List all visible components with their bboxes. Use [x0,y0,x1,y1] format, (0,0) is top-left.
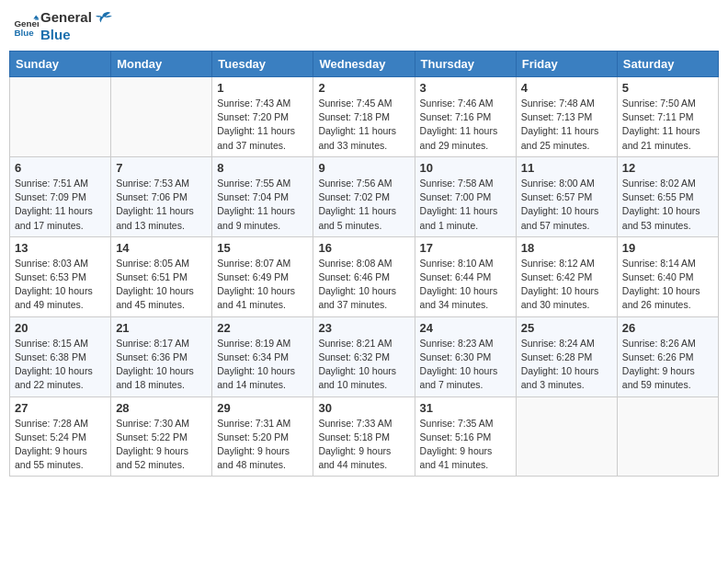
weekday-header-thursday: Thursday [415,52,516,77]
day-info: Sunrise: 7:30 AM Sunset: 5:22 PM Dayligh… [116,417,207,473]
day-info: Sunrise: 8:14 AM Sunset: 6:40 PM Dayligh… [622,257,713,313]
weekday-header-row: SundayMondayTuesdayWednesdayThursdayFrid… [10,52,719,77]
day-number: 16 [318,241,409,255]
day-cell: 3Sunrise: 7:46 AM Sunset: 7:16 PM Daylig… [415,77,516,157]
day-cell: 23Sunrise: 8:21 AM Sunset: 6:32 PM Dayli… [313,316,415,396]
day-cell: 27Sunrise: 7:28 AM Sunset: 5:24 PM Dayli… [10,396,111,477]
day-cell: 17Sunrise: 8:10 AM Sunset: 6:44 PM Dayli… [415,236,516,316]
day-cell: 22Sunrise: 8:19 AM Sunset: 6:34 PM Dayli… [212,316,313,396]
day-number: 4 [521,81,612,95]
day-info: Sunrise: 8:23 AM Sunset: 6:30 PM Dayligh… [420,337,511,393]
day-number: 11 [521,161,612,175]
day-cell: 6Sunrise: 7:51 AM Sunset: 7:09 PM Daylig… [10,156,111,236]
day-number: 3 [420,81,511,95]
day-cell: 25Sunrise: 8:24 AM Sunset: 6:28 PM Dayli… [516,316,617,396]
week-row-5: 27Sunrise: 7:28 AM Sunset: 5:24 PM Dayli… [10,396,719,477]
weekday-header-sunday: Sunday [10,52,111,77]
weekday-header-monday: Monday [111,52,212,77]
day-info: Sunrise: 7:33 AM Sunset: 5:18 PM Dayligh… [318,417,409,473]
day-number: 10 [420,161,511,175]
day-info: Sunrise: 7:51 AM Sunset: 7:09 PM Dayligh… [15,177,106,233]
day-number: 23 [318,321,409,335]
day-info: Sunrise: 7:28 AM Sunset: 5:24 PM Dayligh… [15,417,106,473]
day-cell [617,396,718,477]
weekday-header-wednesday: Wednesday [313,52,415,77]
day-cell: 30Sunrise: 7:33 AM Sunset: 5:18 PM Dayli… [313,396,415,477]
day-number: 5 [622,81,713,95]
day-number: 29 [217,401,308,415]
day-info: Sunrise: 7:43 AM Sunset: 7:20 PM Dayligh… [217,97,308,153]
day-info: Sunrise: 8:24 AM Sunset: 6:28 PM Dayligh… [521,337,612,393]
day-info: Sunrise: 7:55 AM Sunset: 7:04 PM Dayligh… [217,177,308,233]
day-cell: 5Sunrise: 7:50 AM Sunset: 7:11 PM Daylig… [617,77,718,157]
logo-blue: Blue [40,27,112,43]
svg-text:Blue: Blue [14,27,34,37]
day-number: 15 [217,241,308,255]
day-info: Sunrise: 7:50 AM Sunset: 7:11 PM Dayligh… [622,97,713,153]
week-row-3: 13Sunrise: 8:03 AM Sunset: 6:53 PM Dayli… [10,236,719,316]
day-number: 8 [217,161,308,175]
day-info: Sunrise: 8:03 AM Sunset: 6:53 PM Dayligh… [15,257,106,313]
day-number: 12 [622,161,713,175]
day-info: Sunrise: 8:10 AM Sunset: 6:44 PM Dayligh… [420,257,511,313]
day-info: Sunrise: 7:56 AM Sunset: 7:02 PM Dayligh… [318,177,409,233]
day-cell: 9Sunrise: 7:56 AM Sunset: 7:02 PM Daylig… [313,156,415,236]
logo-bird-icon [96,10,112,27]
day-cell: 28Sunrise: 7:30 AM Sunset: 5:22 PM Dayli… [111,396,212,477]
day-number: 6 [15,161,106,175]
day-number: 17 [420,241,511,255]
page-header: General Blue General Blue [9,9,719,43]
day-info: Sunrise: 7:31 AM Sunset: 5:20 PM Dayligh… [217,417,308,473]
day-cell: 8Sunrise: 7:55 AM Sunset: 7:04 PM Daylig… [212,156,313,236]
day-number: 22 [217,321,308,335]
day-info: Sunrise: 8:15 AM Sunset: 6:38 PM Dayligh… [15,337,106,393]
weekday-header-friday: Friday [516,52,617,77]
day-info: Sunrise: 8:12 AM Sunset: 6:42 PM Dayligh… [521,257,612,313]
day-cell: 24Sunrise: 8:23 AM Sunset: 6:30 PM Dayli… [415,316,516,396]
day-cell [10,77,111,157]
day-number: 2 [318,81,409,95]
day-number: 1 [217,81,308,95]
day-number: 25 [521,321,612,335]
day-info: Sunrise: 8:19 AM Sunset: 6:34 PM Dayligh… [217,337,308,393]
day-info: Sunrise: 7:58 AM Sunset: 7:00 PM Dayligh… [420,177,511,233]
day-number: 26 [622,321,713,335]
day-number: 27 [15,401,106,415]
day-info: Sunrise: 7:53 AM Sunset: 7:06 PM Dayligh… [116,177,207,233]
day-cell: 12Sunrise: 8:02 AM Sunset: 6:55 PM Dayli… [617,156,718,236]
day-cell: 13Sunrise: 8:03 AM Sunset: 6:53 PM Dayli… [10,236,111,316]
day-cell: 11Sunrise: 8:00 AM Sunset: 6:57 PM Dayli… [516,156,617,236]
day-cell: 16Sunrise: 8:08 AM Sunset: 6:46 PM Dayli… [313,236,415,316]
day-number: 21 [116,321,207,335]
day-info: Sunrise: 7:48 AM Sunset: 7:13 PM Dayligh… [521,97,612,153]
day-number: 13 [15,241,106,255]
day-cell: 1Sunrise: 7:43 AM Sunset: 7:20 PM Daylig… [212,77,313,157]
day-number: 20 [15,321,106,335]
day-info: Sunrise: 8:17 AM Sunset: 6:36 PM Dayligh… [116,337,207,393]
day-cell: 21Sunrise: 8:17 AM Sunset: 6:36 PM Dayli… [111,316,212,396]
day-info: Sunrise: 8:21 AM Sunset: 6:32 PM Dayligh… [318,337,409,393]
day-cell: 31Sunrise: 7:35 AM Sunset: 5:16 PM Dayli… [415,396,516,477]
day-cell: 10Sunrise: 7:58 AM Sunset: 7:00 PM Dayli… [415,156,516,236]
day-number: 30 [318,401,409,415]
weekday-header-tuesday: Tuesday [212,52,313,77]
day-info: Sunrise: 8:05 AM Sunset: 6:51 PM Dayligh… [116,257,207,313]
day-number: 9 [318,161,409,175]
day-cell: 15Sunrise: 8:07 AM Sunset: 6:49 PM Dayli… [212,236,313,316]
day-cell: 14Sunrise: 8:05 AM Sunset: 6:51 PM Dayli… [111,236,212,316]
day-cell: 7Sunrise: 7:53 AM Sunset: 7:06 PM Daylig… [111,156,212,236]
day-cell: 26Sunrise: 8:26 AM Sunset: 6:26 PM Dayli… [617,316,718,396]
day-info: Sunrise: 8:07 AM Sunset: 6:49 PM Dayligh… [217,257,308,313]
day-number: 24 [420,321,511,335]
day-number: 18 [521,241,612,255]
day-number: 7 [116,161,207,175]
day-cell [516,396,617,477]
day-info: Sunrise: 8:26 AM Sunset: 6:26 PM Dayligh… [622,337,713,393]
day-info: Sunrise: 8:00 AM Sunset: 6:57 PM Dayligh… [521,177,612,233]
week-row-1: 1Sunrise: 7:43 AM Sunset: 7:20 PM Daylig… [10,77,719,157]
day-cell: 2Sunrise: 7:45 AM Sunset: 7:18 PM Daylig… [313,77,415,157]
day-info: Sunrise: 7:46 AM Sunset: 7:16 PM Dayligh… [420,97,511,153]
day-cell: 20Sunrise: 8:15 AM Sunset: 6:38 PM Dayli… [10,316,111,396]
week-row-4: 20Sunrise: 8:15 AM Sunset: 6:38 PM Dayli… [10,316,719,396]
day-info: Sunrise: 8:08 AM Sunset: 6:46 PM Dayligh… [318,257,409,313]
